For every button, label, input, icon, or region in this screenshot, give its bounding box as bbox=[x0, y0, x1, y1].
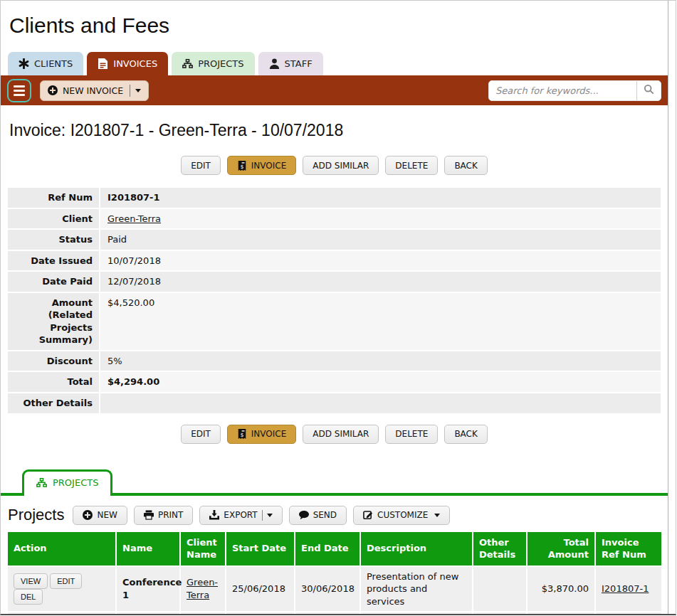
detail-row: Status Paid bbox=[8, 230, 661, 250]
field-value-other-details bbox=[100, 393, 661, 413]
tab-projects[interactable]: PROJECTS bbox=[172, 52, 254, 75]
field-label: Discount bbox=[8, 351, 100, 371]
subtab-label: PROJECTS bbox=[53, 477, 98, 488]
edit-button[interactable]: EDIT bbox=[181, 156, 221, 175]
search-button[interactable] bbox=[636, 81, 661, 100]
total-amount: $650.00 bbox=[527, 612, 595, 615]
button-divider bbox=[130, 85, 130, 97]
new-invoice-label: NEW INVOICE bbox=[63, 85, 123, 96]
view-button[interactable]: VIEW bbox=[14, 573, 48, 589]
org-chart-icon bbox=[36, 477, 47, 488]
client-link[interactable]: Green-Terra bbox=[107, 213, 161, 224]
download-icon bbox=[209, 510, 219, 520]
customize-pencil-icon bbox=[363, 510, 373, 520]
delete-button[interactable]: DELETE bbox=[385, 156, 438, 175]
page-title: Clients and Fees bbox=[1, 1, 668, 52]
end-date: 20/07/2018 bbox=[295, 612, 360, 615]
description: Presentation of new products and service… bbox=[360, 612, 473, 615]
record-actions-top: EDIT $ INVOICE ADD SIMILAR DELETE BACK bbox=[1, 152, 668, 185]
receipt-icon: $ bbox=[237, 161, 247, 171]
field-label: Other Details bbox=[8, 393, 100, 413]
field-label: Client bbox=[8, 209, 100, 229]
col-client-name: Client Name bbox=[180, 532, 226, 566]
col-action: Action bbox=[8, 532, 116, 566]
edit-button[interactable]: EDIT bbox=[50, 573, 82, 589]
send-button[interactable]: SEND bbox=[289, 506, 347, 525]
print-button[interactable]: PRINT bbox=[134, 506, 193, 525]
main-tabbar: CLIENTS INVOICES PROJECTS STAFF bbox=[1, 52, 668, 75]
menu-hamburger-button[interactable] bbox=[7, 79, 31, 102]
table-row: VIEWEDITDEL Conference 1 Green-Terra 25/… bbox=[8, 566, 661, 612]
invoice-button[interactable]: $ INVOICE bbox=[227, 156, 296, 175]
caret-down-icon bbox=[267, 514, 273, 517]
table-row: VIEWEDITDEL Conference 2 Green-Terra 20/… bbox=[8, 612, 661, 615]
customize-button[interactable]: CUSTOMIZE bbox=[353, 506, 450, 525]
new-invoice-button[interactable]: NEW INVOICE bbox=[40, 80, 149, 101]
tab-clients[interactable]: CLIENTS bbox=[8, 52, 83, 75]
subtab-projects[interactable]: PROJECTS bbox=[22, 469, 112, 496]
description: Presentation of new products and service… bbox=[360, 566, 473, 612]
record-heading: Invoice: I201807-1 - Green-Terra - 10/07… bbox=[1, 105, 668, 152]
org-chart-icon bbox=[182, 58, 193, 69]
search-box bbox=[488, 80, 661, 101]
toolbar: NEW INVOICE bbox=[1, 75, 668, 105]
table-header-row: Action Name Client Name Start Date End D… bbox=[8, 532, 661, 566]
delete-button[interactable]: DELETE bbox=[385, 425, 438, 444]
detail-row: Date Issued 10/07/2018 bbox=[8, 251, 661, 271]
tab-label: CLIENTS bbox=[34, 58, 73, 69]
printer-icon bbox=[144, 510, 154, 520]
client-link[interactable]: Green-Terra bbox=[187, 577, 218, 600]
field-value-client: Green-Terra bbox=[100, 209, 661, 229]
caret-down-icon bbox=[135, 89, 141, 92]
detail-row: Date Paid 12/07/2018 bbox=[8, 272, 661, 292]
add-similar-button[interactable]: ADD SIMILAR bbox=[303, 425, 379, 444]
back-button[interactable]: BACK bbox=[444, 156, 487, 175]
invoice-detail-panel: Ref Num I201807-1 Client Green-Terra Sta… bbox=[8, 188, 661, 413]
action-cell: VIEWEDITDEL bbox=[8, 566, 116, 612]
start-date: 25/06/2018 bbox=[226, 566, 295, 612]
detail-row: Discount 5% bbox=[8, 351, 661, 371]
col-end-date: End Date bbox=[295, 532, 360, 566]
field-value-date-paid: 12/07/2018 bbox=[100, 272, 661, 292]
col-total-amount: Total Amount bbox=[527, 532, 595, 566]
edit-button[interactable]: EDIT bbox=[181, 425, 221, 444]
back-button[interactable]: BACK bbox=[444, 425, 487, 444]
client-name-cell: Green-Terra bbox=[180, 566, 226, 612]
receipt-icon: $ bbox=[237, 429, 247, 439]
project-name: Conference 1 bbox=[116, 566, 180, 612]
end-date: 30/06/2018 bbox=[295, 566, 360, 612]
field-value-status: Paid bbox=[100, 230, 661, 250]
invoice-ref-cell: I201807-1 bbox=[595, 612, 661, 615]
field-value-date-issued: 10/07/2018 bbox=[100, 251, 661, 271]
invoice-button[interactable]: $ INVOICE bbox=[227, 425, 296, 444]
field-label: Status bbox=[8, 230, 100, 250]
tab-label: INVOICES bbox=[113, 58, 157, 69]
client-name-cell: Green-Terra bbox=[180, 612, 226, 615]
add-similar-button[interactable]: ADD SIMILAR bbox=[303, 156, 379, 175]
field-label: Date Issued bbox=[8, 251, 100, 271]
svg-text:$: $ bbox=[240, 432, 243, 438]
tab-invoices[interactable]: INVOICES bbox=[87, 52, 168, 75]
field-label: Total bbox=[8, 372, 100, 392]
app-container: Clients and Fees CLIENTS INVOICES PROJEC… bbox=[1, 1, 668, 614]
start-date: 20/07/2018 bbox=[226, 612, 295, 615]
person-icon bbox=[269, 58, 280, 69]
detail-row: Other Details bbox=[8, 393, 661, 413]
export-button[interactable]: EXPORT bbox=[199, 506, 282, 525]
projects-table: Action Name Client Name Start Date End D… bbox=[8, 532, 661, 615]
search-input[interactable] bbox=[489, 81, 636, 100]
asterisk-icon bbox=[19, 58, 29, 69]
detail-row: Client Green-Terra bbox=[8, 209, 661, 229]
tab-staff[interactable]: STAFF bbox=[258, 52, 323, 75]
plus-circle-icon bbox=[48, 85, 58, 95]
delete-button[interactable]: DEL bbox=[14, 589, 43, 605]
plus-circle-icon bbox=[83, 510, 93, 520]
button-divider bbox=[262, 510, 263, 521]
invoice-ref-link[interactable]: I201807-1 bbox=[602, 583, 649, 594]
invoice-doc-icon bbox=[98, 58, 108, 69]
col-description: Description bbox=[360, 532, 473, 566]
field-label: Ref Num bbox=[8, 188, 100, 208]
new-project-button[interactable]: NEW bbox=[73, 506, 127, 525]
invoice-ref-cell: I201807-1 bbox=[595, 566, 661, 612]
field-value-amount: $4,520.00 bbox=[100, 293, 661, 350]
